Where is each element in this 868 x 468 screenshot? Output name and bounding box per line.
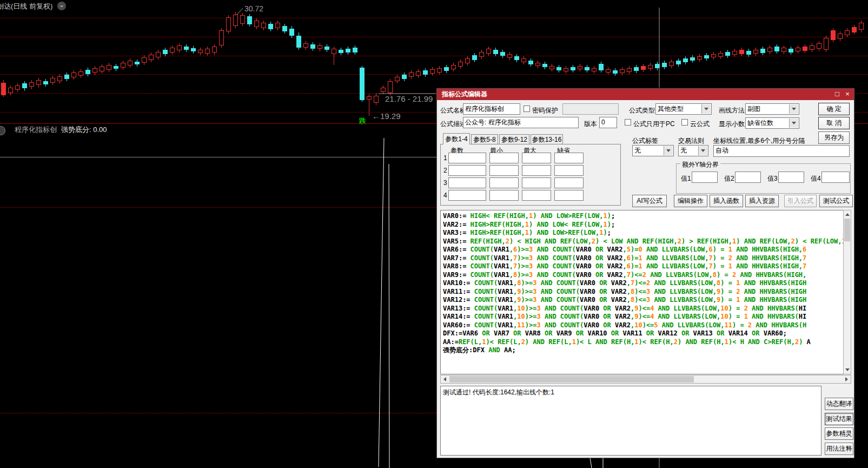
formula-type-dropdown[interactable]: 其他类型 (655, 103, 712, 115)
save-as-button[interactable]: 另存为 (818, 131, 850, 144)
test-result-output[interactable]: 测试通过! 代码长度:1642,输出线个数:1 (440, 386, 821, 456)
param-cell-input[interactable] (448, 153, 486, 163)
cloud-formula-checkbox[interactable] (681, 119, 688, 126)
tab-param-3[interactable]: 参数9-12 (499, 134, 529, 144)
code-line: AA:=REF(L,1)< REF(L,2) AND REF(L,1)< L A… (443, 338, 841, 347)
formula-desc-input[interactable]: 公众号: 程序化指标 (463, 117, 579, 128)
code-line: VAR14:= COUNT(VAR1,10)>=3 AND COUNT(VAR0… (443, 313, 841, 321)
dynamic-translate-button[interactable]: 动态翻译 (825, 398, 853, 410)
code-line: VAR0:= HIGH< REF(HIGH,1) AND LOW>REF(LOW… (443, 212, 841, 221)
edit-ops-button[interactable]: 编辑操作 (674, 195, 707, 207)
maximize-button[interactable]: □ (832, 89, 842, 100)
trade-rule-label: 交易法则 (678, 136, 704, 146)
y1-input[interactable] (692, 172, 718, 183)
dropdown-arrow-icon[interactable] (789, 118, 798, 128)
code-line: DFX:=VAR6 OR VAR7 OR VAR8 OR VAR9 OR VAR… (443, 329, 841, 338)
code-hscrollbar[interactable] (440, 375, 851, 384)
test-result-button[interactable]: 测试结果 (825, 413, 853, 425)
y3-label: 值3 (767, 174, 778, 183)
tab-param-4[interactable]: 参数13-16 (531, 134, 563, 144)
param-cell-input[interactable] (489, 165, 519, 176)
decimals-label: 显示小数 (719, 120, 745, 129)
scroll-left-icon (443, 377, 446, 381)
password-protect-checkbox[interactable] (524, 106, 530, 112)
code-line: VAR2:= HIGH>REF(HIGH,1) AND LOW< REF(LOW… (443, 221, 841, 229)
tab-param-2[interactable]: 参数5-8 (471, 134, 498, 144)
y1-label: 值1 (681, 174, 691, 183)
scroll-down-icon (845, 368, 850, 371)
formula-name-label: 公式名称 (440, 106, 466, 115)
param-cell-input[interactable] (522, 153, 551, 163)
draw-method-label: 画线方法 (719, 106, 745, 115)
param-cell-input[interactable] (554, 177, 584, 188)
usage-note-button[interactable]: 用法注释 (825, 443, 853, 455)
dropdown-arrow-icon[interactable] (664, 146, 673, 155)
code-line: VAR10:= COUNT(VAR1,8)>=3 AND COUNT(VAR0 … (443, 279, 841, 288)
param-cell-input[interactable] (489, 177, 519, 188)
param-wizard-button[interactable]: 参数精灵 (825, 427, 853, 440)
y2-input[interactable] (735, 172, 761, 183)
dropdown-arrow-icon[interactable] (701, 104, 711, 114)
close-button[interactable]: × (843, 89, 852, 100)
param-row-number: 1 (443, 154, 447, 162)
code-line: VAR8:= COUNT(VAR1,7)>=3 AND COUNT(VAR0 O… (443, 262, 841, 271)
dialog-titlebar[interactable]: 指标公式编辑器 □ × (437, 89, 854, 100)
cancel-button[interactable]: 取 消 (818, 117, 850, 129)
param-row-number: 4 (443, 192, 447, 199)
code-line: 强势底分:DFX AND AA; (443, 346, 841, 355)
decimals-dropdown[interactable]: 缺省位数 (745, 117, 799, 129)
formula-editor-dialog: 指标公式编辑器 □ × 公式名称 程序化指标创 密码保护 公式类型 其他类型 画… (436, 88, 854, 458)
extra-y-axis-title: 额外Y轴分界 (680, 160, 720, 169)
param-cell-input[interactable] (448, 177, 486, 188)
insert-resource-button[interactable]: 插入资源 (745, 195, 779, 207)
code-line: VAR7:= COUNT(VAR1,7)>=3 AND COUNT(VAR0 O… (443, 254, 841, 263)
param-cell-input[interactable] (554, 165, 584, 176)
formula-code-editor[interactable]: VAR0:= HIGH< REF(HIGH,1) AND LOW>REF(LOW… (440, 210, 851, 374)
import-formula-button: 引入公式 (784, 195, 817, 207)
password-input (562, 103, 619, 115)
code-vscroll-thumb[interactable] (844, 219, 850, 241)
trade-rule-dropdown[interactable]: 无 (678, 145, 708, 156)
password-protect-label: 密码保护 (532, 106, 558, 115)
formula-tag-dropdown[interactable]: 无 (632, 145, 674, 156)
param-cell-input[interactable] (489, 190, 519, 201)
scroll-right-icon (845, 377, 848, 381)
test-formula-button[interactable]: 测试公式 (819, 195, 853, 207)
code-line: VAR60:= COUNT(VAR1,11)>=3 AND COUNT(VAR0… (443, 321, 841, 330)
code-line: VAR5:= REF(HIGH,2) < HIGH AND REF(LOW,2)… (443, 238, 841, 246)
param-cell-input[interactable] (489, 153, 519, 163)
param-cell-input[interactable] (448, 165, 486, 176)
tab-param-1[interactable]: 参数1-4 (443, 133, 470, 144)
insert-function-button[interactable]: 插入函数 (710, 195, 743, 207)
param-cell-input[interactable] (522, 177, 551, 188)
formula-name-input[interactable]: 程序化指标创 (463, 103, 520, 115)
param-cell-input[interactable] (448, 190, 486, 201)
code-hscroll-thumb[interactable] (449, 376, 694, 383)
dropdown-arrow-icon[interactable] (789, 104, 798, 114)
y4-label: 值4 (811, 174, 821, 183)
code-line: VAR9:= COUNT(VAR1,8)>=3 AND COUNT(VAR0 O… (443, 271, 841, 280)
code-line: VAR6:= COUNT(VAR1,6)>=3 AND COUNT(VAR0 O… (443, 246, 841, 254)
param-row-number: 3 (443, 179, 447, 187)
dropdown-arrow-icon[interactable] (698, 146, 707, 155)
param-cell-input[interactable] (522, 165, 551, 176)
version-input[interactable]: 0 (599, 117, 617, 128)
cloud-formula-label: 云公式 (690, 120, 710, 129)
ok-button[interactable]: 确 定 (818, 103, 850, 115)
code-line: VAR13:= COUNT(VAR1,10)>=3 AND COUNT(VAR0… (443, 305, 841, 313)
y3-input[interactable] (778, 172, 804, 183)
coord-line-input[interactable]: 自动 (713, 145, 850, 157)
formula-tag-label: 公式标签 (632, 136, 658, 146)
param-cell-input[interactable] (554, 153, 584, 163)
code-line: VAR11:= COUNT(VAR1,9)>=3 AND COUNT(VAR0 … (443, 288, 841, 296)
draw-method-dropdown[interactable]: 副图 (745, 103, 799, 115)
y4-input[interactable] (821, 172, 850, 183)
param-cell-input[interactable] (522, 190, 551, 201)
ai-write-button[interactable]: AI写公式 (632, 195, 667, 207)
pc-only-checkbox[interactable] (625, 119, 631, 126)
code-line: VAR12:= COUNT(VAR1,9)>=3 AND COUNT(VAR0 … (443, 296, 841, 305)
param-cell-input[interactable] (554, 190, 584, 201)
formula-type-label: 公式类型 (629, 106, 655, 115)
code-vscrollbar[interactable] (843, 210, 851, 374)
version-label: 版本 (584, 120, 597, 129)
